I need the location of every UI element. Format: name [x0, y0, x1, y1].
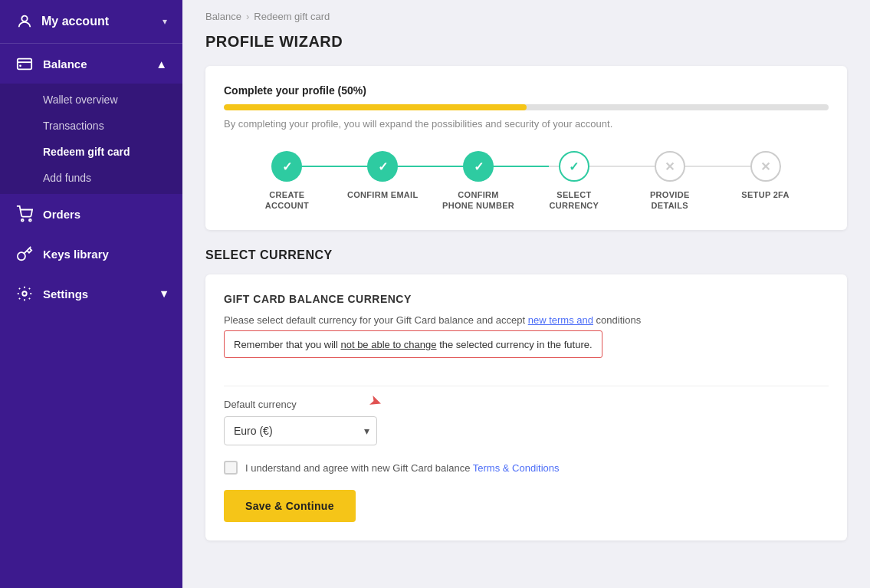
- step-label-provide-details: PROVIDEDETAILS: [650, 189, 690, 212]
- step-label-confirm-email: CONFIRM EMAIL: [347, 189, 419, 200]
- step-circle-select-currency: ✓: [559, 151, 589, 182]
- sidebar-header[interactable]: My account ▾: [0, 0, 182, 44]
- page-title: PROFILE WIZARD: [182, 33, 870, 66]
- profile-hint: By completing your profile, you will exp…: [224, 118, 829, 130]
- sidebar-item-keys[interactable]: Keys library: [0, 234, 182, 274]
- balance-icon: [15, 54, 34, 73]
- step-provide-details: ✕ PROVIDEDETAILS: [622, 151, 717, 212]
- account-chevron-icon: ▾: [163, 16, 167, 27]
- step-label-select-currency: SELECTCURRENCY: [550, 189, 599, 212]
- step-label-create-account: CREATEACCOUNT: [265, 189, 309, 212]
- save-continue-button[interactable]: Save & Continue: [224, 490, 356, 522]
- settings-icon: [15, 284, 34, 303]
- gift-card-balance-title: GIFT CARD BALANCE CURRENCY: [224, 293, 829, 305]
- sidebar: My account ▾ Balance ▲ Wallet overview T…: [0, 0, 182, 588]
- step-select-currency: ✓ SELECTCURRENCY: [526, 151, 622, 212]
- step-circle-provide-details: ✕: [655, 151, 685, 182]
- progress-bar-fill: [224, 104, 527, 110]
- select-currency-section-title: SELECT CURRENCY: [182, 248, 870, 274]
- step-circle-confirm-phone: ✓: [463, 151, 494, 182]
- step-circle-setup-2fa: ✕: [750, 151, 781, 182]
- warning-underline: not be able to change: [340, 339, 436, 350]
- currency-select-container: ➤ Euro (€) US Dollar ($) British Pound (…: [224, 416, 829, 445]
- svg-point-2: [19, 64, 21, 67]
- profile-wizard-card: Complete your profile (50%) By completin…: [205, 66, 847, 230]
- orders-icon: [15, 205, 34, 223]
- settings-label: Settings: [43, 287, 88, 301]
- terms-checkbox[interactable]: [224, 461, 238, 475]
- svg-point-4: [29, 219, 31, 222]
- orders-label: Orders: [43, 208, 80, 221]
- progress-bar-container: [224, 104, 829, 110]
- breadcrumb-parent: Balance: [205, 11, 241, 22]
- step-circle-create-account: ✓: [271, 151, 302, 182]
- balance-chevron-icon: ▲: [156, 57, 167, 71]
- step-confirm-phone: ✓ CONFIRMPHONE NUMBER: [431, 151, 527, 212]
- terms-checkbox-label: I understand and agree with new Gift Car…: [245, 462, 560, 474]
- step-circle-confirm-email: ✓: [367, 151, 398, 182]
- breadcrumb-separator: ›: [246, 11, 249, 22]
- step-label-confirm-phone: CONFIRMPHONE NUMBER: [442, 189, 514, 212]
- sidebar-item-wallet[interactable]: Wallet overview: [0, 87, 182, 113]
- default-currency-label: Default currency: [224, 399, 829, 410]
- gift-card-desc-text: Please select default currency for your …: [224, 314, 528, 326]
- balance-submenu: Wallet overview Transactions Redeem gift…: [0, 84, 182, 194]
- checkbox-text-prefix: I understand and agree with new Gift Car…: [245, 462, 473, 474]
- step-label-setup-2fa: SETUP 2FA: [741, 189, 789, 200]
- step-confirm-email: ✓ CONFIRM EMAIL: [335, 151, 431, 200]
- steps-container: ✓ CREATEACCOUNT ✓ CONFIRM EMAIL ✓ CONFIR…: [224, 151, 829, 212]
- svg-point-3: [21, 219, 24, 222]
- step-setup-2fa: ✕ SETUP 2FA: [717, 151, 813, 200]
- balance-label: Balance: [43, 57, 87, 71]
- svg-point-0: [21, 16, 27, 21]
- profile-complete-text: Complete your profile (50%): [224, 84, 829, 97]
- sidebar-item-orders[interactable]: Orders: [0, 194, 182, 234]
- currency-select[interactable]: Euro (€) US Dollar ($) British Pound (£): [224, 416, 377, 445]
- breadcrumb: Balance › Redeem gift card: [182, 0, 870, 33]
- user-icon: [15, 12, 34, 31]
- sidebar-item-settings[interactable]: Settings ▾: [0, 274, 182, 314]
- sidebar-item-redeem[interactable]: Redeem gift card: [0, 139, 182, 165]
- keys-label: Keys library: [43, 248, 109, 261]
- divider: [224, 386, 829, 386]
- sidebar-item-addfunds[interactable]: Add funds: [0, 165, 182, 191]
- step-create-account: ✓ CREATEACCOUNT: [239, 151, 335, 212]
- gift-card-currency-card: GIFT CARD BALANCE CURRENCY Please select…: [205, 274, 847, 541]
- sidebar-item-balance[interactable]: Balance ▲: [0, 44, 182, 84]
- conditions-text: conditions: [593, 314, 641, 326]
- warning-text: Remember that you will not be able to ch…: [234, 339, 593, 350]
- svg-point-5: [22, 291, 27, 296]
- keys-icon: [15, 245, 34, 263]
- gift-card-description: Please select default currency for your …: [224, 313, 829, 328]
- warning-box: Remember that you will not be able to ch…: [224, 330, 602, 358]
- breadcrumb-current: Redeem gift card: [254, 11, 330, 22]
- sidebar-item-transactions[interactable]: Transactions: [0, 113, 182, 139]
- currency-select-wrapper[interactable]: Euro (€) US Dollar ($) British Pound (£)…: [224, 416, 377, 445]
- settings-chevron-icon: ▾: [161, 287, 167, 301]
- terms-checkbox-row[interactable]: I understand and agree with new Gift Car…: [224, 461, 829, 475]
- new-terms-link[interactable]: new terms and: [528, 314, 593, 326]
- terms-conditions-link[interactable]: Terms & Conditions: [473, 462, 560, 474]
- sidebar-account-title: My account: [41, 15, 109, 28]
- main-content: Balance › Redeem gift card PROFILE WIZAR…: [182, 0, 870, 588]
- svg-rect-1: [18, 59, 31, 70]
